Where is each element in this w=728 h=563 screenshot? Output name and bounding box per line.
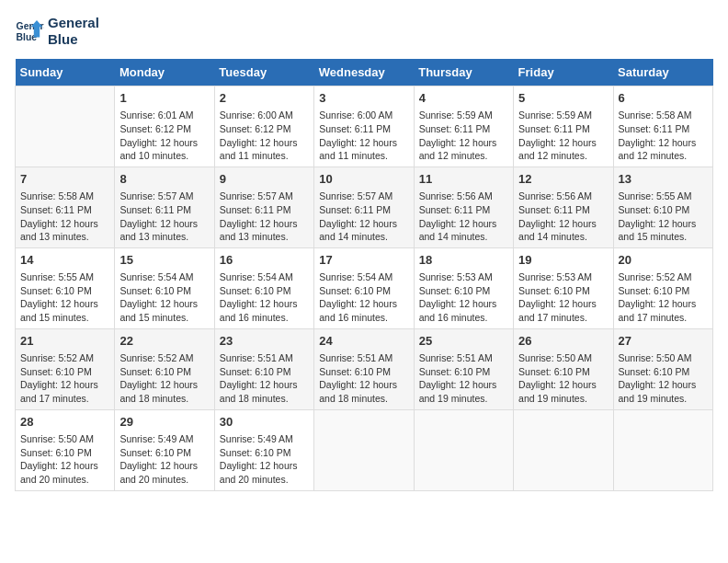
calendar-cell: 19Sunrise: 5:53 AM Sunset: 6:10 PM Dayli… — [514, 247, 613, 328]
calendar-cell: 16Sunrise: 5:54 AM Sunset: 6:10 PM Dayli… — [214, 247, 313, 328]
day-number: 28 — [20, 414, 109, 431]
calendar-cell — [514, 409, 613, 490]
week-row-2: 7Sunrise: 5:58 AM Sunset: 6:11 PM Daylig… — [16, 167, 713, 247]
calendar-cell: 30Sunrise: 5:49 AM Sunset: 6:10 PM Dayli… — [214, 409, 313, 490]
calendar-cell: 4Sunrise: 5:59 AM Sunset: 6:11 PM Daylig… — [414, 86, 513, 167]
calendar-cell: 12Sunrise: 5:56 AM Sunset: 6:11 PM Dayli… — [514, 167, 613, 247]
column-header-friday: Friday — [514, 59, 613, 86]
week-row-3: 14Sunrise: 5:55 AM Sunset: 6:10 PM Dayli… — [16, 247, 713, 328]
day-number: 12 — [518, 171, 608, 188]
day-info: Sunrise: 5:55 AM Sunset: 6:10 PM Dayligh… — [20, 270, 109, 325]
day-info: Sunrise: 5:58 AM Sunset: 6:11 PM Dayligh… — [20, 190, 109, 244]
day-number: 15 — [119, 252, 209, 269]
calendar-cell: 2Sunrise: 6:00 AM Sunset: 6:12 PM Daylig… — [214, 86, 313, 167]
column-header-saturday: Saturday — [613, 59, 712, 86]
calendar-cell: 29Sunrise: 5:49 AM Sunset: 6:10 PM Dayli… — [115, 409, 214, 490]
day-info: Sunrise: 5:57 AM Sunset: 6:11 PM Dayligh… — [119, 190, 209, 244]
day-info: Sunrise: 5:59 AM Sunset: 6:11 PM Dayligh… — [518, 109, 608, 163]
day-info: Sunrise: 5:56 AM Sunset: 6:11 PM Dayligh… — [419, 190, 508, 244]
calendar-cell: 14Sunrise: 5:55 AM Sunset: 6:10 PM Dayli… — [16, 247, 115, 328]
day-info: Sunrise: 5:54 AM Sunset: 6:10 PM Dayligh… — [119, 270, 209, 325]
calendar-cell: 20Sunrise: 5:52 AM Sunset: 6:10 PM Dayli… — [613, 247, 712, 328]
day-info: Sunrise: 6:00 AM Sunset: 6:11 PM Dayligh… — [319, 109, 408, 163]
logo: General Blue General Blue — [15, 15, 99, 48]
day-number: 13 — [619, 171, 708, 188]
calendar-cell: 21Sunrise: 5:52 AM Sunset: 6:10 PM Dayli… — [16, 328, 115, 409]
day-info: Sunrise: 5:49 AM Sunset: 6:10 PM Dayligh… — [220, 432, 309, 487]
day-number: 20 — [619, 252, 708, 269]
day-number: 2 — [220, 90, 309, 107]
day-number: 23 — [220, 333, 309, 350]
day-number: 29 — [119, 414, 209, 431]
day-info: Sunrise: 5:51 AM Sunset: 6:10 PM Dayligh… — [319, 351, 408, 406]
day-info: Sunrise: 5:52 AM Sunset: 6:10 PM Dayligh… — [20, 351, 109, 406]
day-number: 17 — [319, 252, 408, 269]
day-number: 3 — [319, 90, 408, 107]
day-info: Sunrise: 5:57 AM Sunset: 6:11 PM Dayligh… — [319, 190, 408, 244]
calendar-cell — [414, 409, 513, 490]
calendar-cell: 26Sunrise: 5:50 AM Sunset: 6:10 PM Dayli… — [514, 328, 613, 409]
day-info: Sunrise: 5:50 AM Sunset: 6:10 PM Dayligh… — [518, 351, 608, 406]
calendar-cell — [16, 86, 115, 167]
day-info: Sunrise: 5:51 AM Sunset: 6:10 PM Dayligh… — [419, 351, 508, 406]
calendar-cell: 11Sunrise: 5:56 AM Sunset: 6:11 PM Dayli… — [414, 167, 513, 247]
logo-icon: General Blue — [15, 17, 44, 46]
column-header-tuesday: Tuesday — [214, 59, 313, 86]
calendar-cell: 3Sunrise: 6:00 AM Sunset: 6:11 PM Daylig… — [314, 86, 414, 167]
day-info: Sunrise: 6:00 AM Sunset: 6:12 PM Dayligh… — [220, 109, 309, 163]
day-number: 11 — [419, 171, 508, 188]
calendar-cell: 6Sunrise: 5:58 AM Sunset: 6:11 PM Daylig… — [613, 86, 712, 167]
day-info: Sunrise: 5:51 AM Sunset: 6:10 PM Dayligh… — [220, 351, 309, 406]
day-number: 7 — [20, 171, 109, 188]
calendar-cell: 10Sunrise: 5:57 AM Sunset: 6:11 PM Dayli… — [314, 167, 414, 247]
calendar-cell: 7Sunrise: 5:58 AM Sunset: 6:11 PM Daylig… — [16, 167, 115, 247]
day-number: 19 — [518, 252, 608, 269]
day-info: Sunrise: 5:58 AM Sunset: 6:11 PM Dayligh… — [619, 109, 708, 163]
day-number: 18 — [419, 252, 508, 269]
day-number: 26 — [518, 333, 608, 350]
week-row-5: 28Sunrise: 5:50 AM Sunset: 6:10 PM Dayli… — [16, 409, 713, 490]
calendar-cell: 18Sunrise: 5:53 AM Sunset: 6:10 PM Dayli… — [414, 247, 513, 328]
day-info: Sunrise: 5:59 AM Sunset: 6:11 PM Dayligh… — [419, 109, 508, 163]
column-header-sunday: Sunday — [16, 59, 115, 86]
day-info: Sunrise: 5:49 AM Sunset: 6:10 PM Dayligh… — [119, 432, 209, 487]
day-number: 6 — [619, 90, 708, 107]
calendar-cell: 8Sunrise: 5:57 AM Sunset: 6:11 PM Daylig… — [115, 167, 214, 247]
day-number: 8 — [119, 171, 209, 188]
day-info: Sunrise: 5:54 AM Sunset: 6:10 PM Dayligh… — [319, 270, 408, 325]
week-row-1: 1Sunrise: 6:01 AM Sunset: 6:12 PM Daylig… — [16, 86, 713, 167]
day-info: Sunrise: 5:52 AM Sunset: 6:10 PM Dayligh… — [619, 270, 708, 325]
day-number: 1 — [119, 90, 209, 107]
day-info: Sunrise: 5:53 AM Sunset: 6:10 PM Dayligh… — [518, 270, 608, 325]
day-number: 30 — [220, 414, 309, 431]
calendar-cell — [314, 409, 414, 490]
header: General Blue General Blue — [15, 15, 713, 48]
day-info: Sunrise: 5:55 AM Sunset: 6:10 PM Dayligh… — [619, 190, 708, 244]
day-number: 5 — [518, 90, 608, 107]
calendar-cell — [613, 409, 712, 490]
logo-text: General Blue — [48, 15, 99, 48]
calendar-cell: 5Sunrise: 5:59 AM Sunset: 6:11 PM Daylig… — [514, 86, 613, 167]
week-row-4: 21Sunrise: 5:52 AM Sunset: 6:10 PM Dayli… — [16, 328, 713, 409]
calendar-cell: 23Sunrise: 5:51 AM Sunset: 6:10 PM Dayli… — [214, 328, 313, 409]
header-row: SundayMondayTuesdayWednesdayThursdayFrid… — [16, 59, 713, 86]
day-number: 10 — [319, 171, 408, 188]
calendar-cell: 15Sunrise: 5:54 AM Sunset: 6:10 PM Dayli… — [115, 247, 214, 328]
calendar-cell: 22Sunrise: 5:52 AM Sunset: 6:10 PM Dayli… — [115, 328, 214, 409]
day-info: Sunrise: 6:01 AM Sunset: 6:12 PM Dayligh… — [119, 109, 209, 163]
day-number: 27 — [619, 333, 708, 350]
calendar-cell: 28Sunrise: 5:50 AM Sunset: 6:10 PM Dayli… — [16, 409, 115, 490]
day-number: 9 — [220, 171, 309, 188]
day-number: 21 — [20, 333, 109, 350]
day-info: Sunrise: 5:54 AM Sunset: 6:10 PM Dayligh… — [220, 270, 309, 325]
calendar-cell: 27Sunrise: 5:50 AM Sunset: 6:10 PM Dayli… — [613, 328, 712, 409]
day-info: Sunrise: 5:52 AM Sunset: 6:10 PM Dayligh… — [119, 351, 209, 406]
calendar-table: SundayMondayTuesdayWednesdayThursdayFrid… — [15, 59, 713, 491]
calendar-cell: 13Sunrise: 5:55 AM Sunset: 6:10 PM Dayli… — [613, 167, 712, 247]
day-info: Sunrise: 5:57 AM Sunset: 6:11 PM Dayligh… — [220, 190, 309, 244]
column-header-thursday: Thursday — [414, 59, 513, 86]
calendar-cell: 24Sunrise: 5:51 AM Sunset: 6:10 PM Dayli… — [314, 328, 414, 409]
day-number: 25 — [419, 333, 508, 350]
calendar-cell: 1Sunrise: 6:01 AM Sunset: 6:12 PM Daylig… — [115, 86, 214, 167]
column-header-wednesday: Wednesday — [314, 59, 414, 86]
